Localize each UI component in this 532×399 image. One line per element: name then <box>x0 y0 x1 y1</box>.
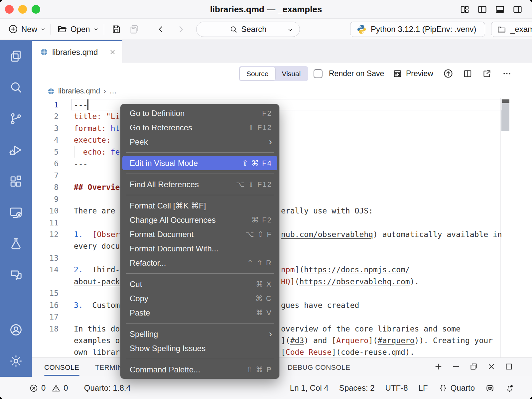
close-tab-icon[interactable] <box>109 49 116 56</box>
menu-item-go-to-definition[interactable]: Go to DefinitionF2 <box>122 106 277 120</box>
code-line[interactable]: 9 <box>32 193 532 205</box>
toggle-panel-icon[interactable] <box>495 4 505 15</box>
panel-plus-button[interactable] <box>434 362 443 372</box>
code-text: fe <box>111 146 120 158</box>
activity-item-testing[interactable] <box>0 228 32 259</box>
customize-layout-icon[interactable] <box>460 4 470 15</box>
menu-item-find-all-references[interactable]: Find All References⌥ ⇧ F12 <box>122 177 277 192</box>
workspace-selector[interactable]: _examples <box>491 22 532 37</box>
navigate-back-button[interactable] <box>156 19 166 40</box>
status-item-0[interactable]: 0 <box>52 383 68 393</box>
menu-item-command-palette[interactable]: Command Palette...⇧ ⌘ P <box>122 362 277 377</box>
menu-item-refactor[interactable]: Refactor...⌃ ⇧ R <box>122 256 277 270</box>
code-line[interactable]: 3format: ht <box>32 122 532 134</box>
status-bar: 00Quarto: 1.8.4 Ln 1, Col 4Spaces: 2UTF-… <box>0 377 532 399</box>
search-input[interactable]: Search <box>196 22 300 37</box>
menu-item-show-spelling-issues[interactable]: Show Spelling Issues <box>122 341 277 355</box>
navigate-forward-button[interactable] <box>176 19 186 40</box>
status-item-spaces-2[interactable]: Spaces: 2 <box>339 383 375 393</box>
code-line[interactable]: 121. [Obsernub.com/observablehq) automat… <box>32 228 532 240</box>
menu-item-edit-in-visual-mode[interactable]: Edit in Visual Mode⇧ ⌘ F4 <box>122 156 277 170</box>
code-line[interactable]: 18In this dooverview of the core librari… <box>32 323 532 335</box>
status-item-lf[interactable]: LF <box>419 383 428 393</box>
code-line[interactable]: 142. Third-npm](https://docs.npmjs.com/ <box>32 264 532 276</box>
split-editor-button[interactable] <box>463 63 472 84</box>
new-button[interactable]: New <box>8 19 46 40</box>
breadcrumb[interactable]: libraries.qmd › … <box>32 84 532 98</box>
visual-mode-button[interactable]: Visual <box>275 67 308 80</box>
menu-item-cut[interactable]: Cut⌘ X <box>122 277 277 291</box>
code-line[interactable]: 1--- <box>32 99 532 111</box>
code-line[interactable]: 2title: "Li <box>32 110 532 122</box>
panel-max-button[interactable] <box>504 362 513 372</box>
status-item-quarto[interactable]: Quarto <box>439 383 475 393</box>
open-in-new-window-button[interactable] <box>482 63 492 84</box>
activity-item-settings[interactable] <box>0 345 32 377</box>
activity-item-console[interactable] <box>0 197 32 228</box>
open-button[interactable]: Open <box>57 19 99 40</box>
status-item-bell-dot[interactable] <box>505 384 514 393</box>
activity-item-run-debug[interactable] <box>0 134 32 166</box>
code-line[interactable]: 11 <box>32 217 532 229</box>
interpreter-selector[interactable]: Python 3.12.1 (PipEnv: .venv) <box>350 22 485 37</box>
render-button[interactable] <box>443 63 454 84</box>
status-item-utf-8[interactable]: UTF-8 <box>385 383 408 393</box>
panel-tab-console[interactable]: CONSOLE <box>44 358 79 377</box>
menu-item-shortcut: F2 <box>262 109 272 118</box>
menu-item-go-to-references[interactable]: Go to References⇧ F12 <box>122 120 277 135</box>
code-line[interactable]: 17 <box>32 311 532 323</box>
menu-item-format-document-with[interactable]: Format Document With... <box>122 241 277 256</box>
menu-item-peek[interactable]: Peek› <box>122 135 277 149</box>
code-line[interactable]: 13 <box>32 252 532 264</box>
activity-item-chat[interactable] <box>0 259 32 291</box>
code-line[interactable]: 7 <box>32 170 532 182</box>
menu-item-copy[interactable]: Copy⌘ C <box>122 291 277 306</box>
more-actions-button[interactable] <box>502 63 512 84</box>
preview-button[interactable]: Preview <box>393 63 433 84</box>
code-text: ## Overvie <box>74 181 120 193</box>
line-number: 15 <box>32 287 59 299</box>
code-line[interactable]: about-packHQ](https://observablehq.com). <box>32 276 532 288</box>
panel-plus-icon <box>434 362 443 371</box>
menu-item-change-all-occurrences[interactable]: Change All Occurrences⌘ F2 <box>122 213 277 227</box>
activity-item-account[interactable] <box>0 314 32 345</box>
activity-item-explorer[interactable] <box>0 41 32 72</box>
menu-item-format-document[interactable]: Format Document⌥ ⇧ F <box>122 227 277 241</box>
code-line[interactable]: 10There are erally use with OJS: <box>32 205 532 217</box>
status-item-0[interactable]: 0 <box>29 383 46 393</box>
panel-close-button[interactable] <box>487 362 496 372</box>
toggle-sidebar-icon[interactable] <box>477 4 487 15</box>
code-line[interactable]: 6--- <box>32 158 532 170</box>
menu-item-format-cell-k-f[interactable]: Format Cell [⌘K ⌘F] <box>122 199 277 213</box>
save-all-button[interactable] <box>129 19 140 40</box>
menu-item-paste[interactable]: Paste⌘ V <box>122 306 277 320</box>
code-line[interactable]: examples o](#d3) and [Arquero](#arquero)… <box>32 334 532 346</box>
menu-item-label: Spelling <box>130 330 158 339</box>
code-line[interactable]: 8## Overvie <box>32 181 532 193</box>
panel-minus-button[interactable] <box>452 362 461 372</box>
status-item-smiley[interactable] <box>485 384 494 393</box>
render-on-save-checkbox[interactable] <box>314 69 323 78</box>
panel-tab-debug-console[interactable]: DEBUG CONSOLE <box>288 358 350 377</box>
code-line[interactable]: every docu <box>32 240 532 252</box>
search-big-icon <box>9 80 23 94</box>
code-line[interactable]: 4execute: <box>32 134 532 146</box>
activity-item-search-big[interactable] <box>0 72 32 103</box>
activity-item-source-control[interactable] <box>0 103 32 134</box>
source-mode-button[interactable]: Source <box>240 67 275 80</box>
menu-separator <box>126 359 274 359</box>
activity-item-extensions[interactable] <box>0 166 32 197</box>
status-item-ln-1-col-4[interactable]: Ln 1, Col 4 <box>290 383 329 393</box>
code-editor[interactable]: 1---2title: "Li3format: ht4execute:5 ech… <box>32 98 532 357</box>
code-text: There are <box>74 205 120 217</box>
code-line[interactable]: own librar[Code Reuse](code-reuse.qmd). <box>32 346 532 357</box>
toggle-secondary-sidebar-icon[interactable] <box>512 4 523 15</box>
panel-restore-button[interactable] <box>469 362 478 372</box>
code-line[interactable]: 5 echo: fe <box>32 146 532 158</box>
code-line[interactable]: 15 <box>32 287 532 299</box>
code-line[interactable]: 163. Customgues have created <box>32 299 532 311</box>
tab-libraries-qmd[interactable]: libraries.qmd <box>32 40 122 63</box>
menu-item-spelling[interactable]: Spelling› <box>122 327 277 341</box>
save-button[interactable] <box>111 19 121 40</box>
status-item-quarto-1-8-4[interactable]: Quarto: 1.8.4 <box>84 383 131 393</box>
